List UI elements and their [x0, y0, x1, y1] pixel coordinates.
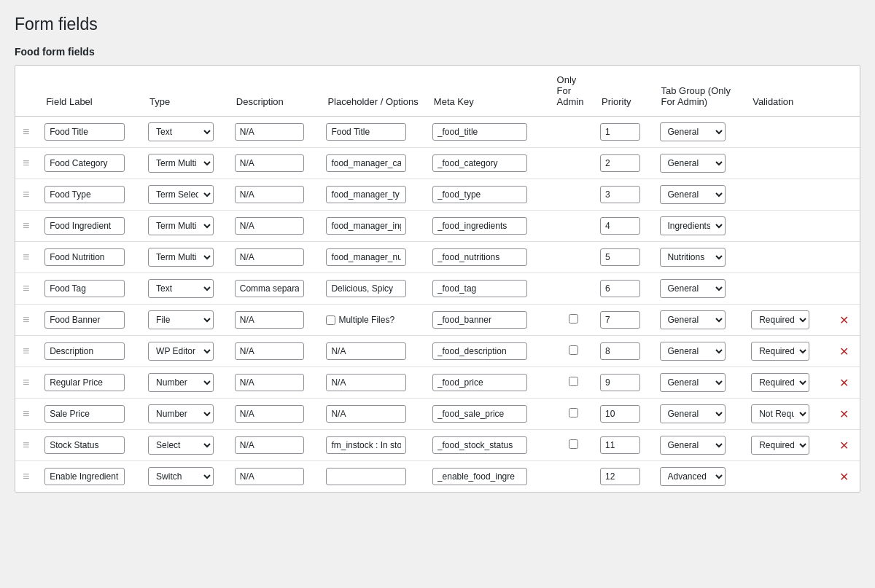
description-input[interactable] — [235, 436, 304, 454]
meta-key-input[interactable] — [432, 311, 527, 329]
tab-group-select[interactable]: GeneralIngredientsNutritionsAdvanced — [660, 467, 726, 486]
delete-button[interactable]: ✕ — [836, 375, 852, 391]
description-input[interactable] — [235, 154, 304, 172]
description-input[interactable] — [235, 405, 304, 423]
delete-button[interactable]: ✕ — [836, 406, 852, 423]
priority-input[interactable] — [600, 280, 640, 297]
placeholder-input[interactable] — [326, 468, 406, 485]
tab-group-select[interactable]: GeneralIngredientsNutritionsAdvanced — [660, 279, 726, 298]
priority-input[interactable] — [600, 123, 640, 141]
field-label-input[interactable] — [44, 342, 125, 360]
placeholder-input[interactable] — [326, 217, 406, 235]
priority-input[interactable] — [600, 217, 640, 235]
drag-handle-icon[interactable]: ≡ — [20, 157, 32, 169]
priority-input[interactable] — [600, 248, 640, 266]
priority-input[interactable] — [600, 342, 640, 360]
meta-key-input[interactable] — [432, 374, 527, 391]
placeholder-input[interactable] — [326, 186, 406, 203]
tab-group-select[interactable]: GeneralIngredientsNutritionsAdvanced — [660, 248, 726, 267]
description-input[interactable] — [235, 123, 304, 141]
field-label-input[interactable] — [44, 374, 125, 391]
drag-handle-icon[interactable]: ≡ — [20, 470, 32, 482]
field-label-input[interactable] — [44, 154, 125, 172]
priority-input[interactable] — [600, 468, 640, 485]
drag-handle-icon[interactable]: ≡ — [20, 313, 32, 326]
field-label-input[interactable] — [44, 217, 125, 235]
type-select[interactable]: TextTerm MultiTerm SelecFileWP EditorNum… — [148, 279, 214, 298]
field-label-input[interactable] — [44, 436, 125, 454]
validation-select[interactable]: RequiredNot Requ...None — [751, 342, 809, 361]
type-select[interactable]: TextTerm MultiTerm SelecFileWP EditorNum… — [148, 342, 214, 361]
field-label-input[interactable] — [44, 468, 125, 485]
meta-key-input[interactable] — [432, 248, 527, 266]
type-select[interactable]: TextTerm MultiTerm SelecFileWP EditorNum… — [148, 216, 214, 235]
meta-key-input[interactable] — [432, 405, 527, 423]
description-input[interactable] — [235, 186, 304, 203]
only-for-admin-checkbox[interactable] — [569, 345, 578, 355]
meta-key-input[interactable] — [432, 342, 527, 360]
placeholder-input[interactable] — [326, 154, 406, 172]
drag-handle-icon[interactable]: ≡ — [20, 188, 32, 200]
placeholder-input[interactable] — [326, 405, 406, 423]
placeholder-input[interactable] — [326, 280, 406, 297]
meta-key-input[interactable] — [432, 217, 527, 235]
field-label-input[interactable] — [44, 405, 125, 423]
type-select[interactable]: TextTerm MultiTerm SelecFileWP EditorNum… — [148, 373, 214, 392]
tab-group-select[interactable]: GeneralIngredientsNutritionsAdvanced — [660, 436, 726, 455]
meta-key-input[interactable] — [432, 436, 527, 454]
description-input[interactable] — [235, 280, 304, 297]
description-input[interactable] — [235, 217, 304, 235]
placeholder-input[interactable] — [326, 342, 406, 360]
drag-handle-icon[interactable]: ≡ — [20, 125, 32, 138]
type-select[interactable]: TextTerm MultiTerm SelecFileWP EditorNum… — [148, 467, 214, 486]
type-select[interactable]: TextTerm MultiTerm SelecFileWP EditorNum… — [148, 154, 214, 173]
drag-handle-icon[interactable]: ≡ — [20, 345, 32, 357]
field-label-input[interactable] — [44, 123, 125, 141]
drag-handle-icon[interactable]: ≡ — [20, 219, 32, 232]
field-label-input[interactable] — [44, 280, 125, 297]
type-select[interactable]: TextTerm MultiTerm SelecFileWP EditorNum… — [148, 122, 214, 141]
field-label-input[interactable] — [44, 248, 125, 266]
tab-group-select[interactable]: GeneralIngredientsNutritionsAdvanced — [660, 404, 726, 423]
drag-handle-icon[interactable]: ≡ — [20, 251, 32, 263]
placeholder-input[interactable] — [326, 374, 406, 391]
type-select[interactable]: TextTerm MultiTerm SelecFileWP EditorNum… — [148, 310, 214, 329]
description-input[interactable] — [235, 468, 304, 485]
priority-input[interactable] — [600, 405, 640, 423]
delete-button[interactable]: ✕ — [836, 437, 852, 454]
priority-input[interactable] — [600, 186, 640, 203]
priority-input[interactable] — [600, 311, 640, 329]
meta-key-input[interactable] — [432, 468, 527, 485]
type-select[interactable]: TextTerm MultiTerm SelecFileWP EditorNum… — [148, 404, 214, 423]
tab-group-select[interactable]: GeneralIngredientsNutritionsAdvanced — [660, 342, 726, 361]
tab-group-select[interactable]: GeneralIngredientsNutritionsAdvanced — [660, 185, 726, 204]
field-label-input[interactable] — [44, 186, 125, 203]
placeholder-input[interactable] — [326, 123, 406, 141]
validation-select[interactable]: RequiredNot Requ...None — [751, 310, 809, 329]
meta-key-input[interactable] — [432, 186, 527, 203]
only-for-admin-checkbox[interactable] — [569, 377, 578, 386]
tab-group-select[interactable]: GeneralIngredientsNutritionsAdvanced — [660, 154, 726, 173]
type-select[interactable]: TextTerm MultiTerm SelecFileWP EditorNum… — [148, 436, 214, 455]
drag-handle-icon[interactable]: ≡ — [20, 407, 32, 420]
validation-select[interactable]: RequiredNot Requ...None — [751, 404, 809, 423]
tab-group-select[interactable]: GeneralIngredientsNutritionsAdvanced — [660, 373, 726, 392]
meta-key-input[interactable] — [432, 123, 527, 141]
drag-handle-icon[interactable]: ≡ — [20, 439, 32, 451]
type-select[interactable]: TextTerm MultiTerm SelecFileWP EditorNum… — [148, 248, 214, 267]
only-for-admin-checkbox[interactable] — [569, 314, 578, 324]
only-for-admin-checkbox[interactable] — [569, 408, 578, 418]
description-input[interactable] — [235, 248, 304, 266]
drag-handle-icon[interactable]: ≡ — [20, 376, 32, 388]
tab-group-select[interactable]: GeneralIngredientsNutritionsAdvanced — [660, 122, 726, 141]
priority-input[interactable] — [600, 154, 640, 172]
delete-button[interactable]: ✕ — [836, 312, 852, 329]
meta-key-input[interactable] — [432, 154, 527, 172]
description-input[interactable] — [235, 342, 304, 360]
delete-button[interactable]: ✕ — [836, 343, 852, 360]
validation-select[interactable]: RequiredNot Requ...None — [751, 373, 809, 392]
multiple-files-checkbox[interactable] — [326, 315, 335, 325]
drag-handle-icon[interactable]: ≡ — [20, 282, 32, 294]
priority-input[interactable] — [600, 436, 640, 454]
placeholder-input[interactable] — [326, 248, 406, 266]
